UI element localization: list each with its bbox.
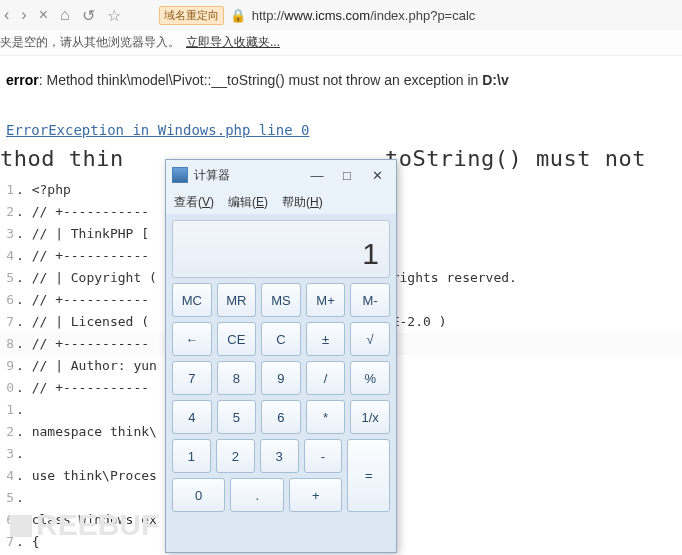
- code-text: // +-----------: [32, 292, 149, 307]
- code-text: <?php: [32, 182, 71, 197]
- lock-icon: 🔒: [230, 8, 246, 23]
- calc-app-icon: [172, 167, 188, 183]
- btn-mr[interactable]: MR: [217, 283, 257, 317]
- btn-3[interactable]: 3: [260, 439, 299, 473]
- btn-5[interactable]: 5: [217, 400, 257, 434]
- btn-4[interactable]: 4: [172, 400, 212, 434]
- address-area: 域名重定向 🔒 http://www.icms.com/index.php?p=…: [159, 6, 476, 25]
- btn-mplus[interactable]: M+: [306, 283, 346, 317]
- redirect-badge: 域名重定向: [159, 6, 224, 25]
- bookmark-empty-msg: 夹是空的，请从其他浏览器导入。: [0, 34, 180, 51]
- code-text: // | Licensed (: [32, 314, 149, 329]
- menu-help-key: H: [310, 195, 319, 209]
- btn-eq[interactable]: =: [347, 439, 390, 512]
- import-bookmarks-link[interactable]: 立即导入收藏夹...: [186, 34, 280, 51]
- menu-edit-label: 编辑: [228, 195, 252, 209]
- exception-link[interactable]: ErrorException in Windows.php line 0: [0, 98, 682, 142]
- btn-sqrt[interactable]: √: [350, 322, 390, 356]
- code-text: // +-----------: [32, 248, 149, 263]
- menu-view-key: V: [202, 195, 210, 209]
- btn-ms[interactable]: MS: [261, 283, 301, 317]
- lineno: 0: [0, 377, 14, 399]
- btn-1[interactable]: 1: [172, 439, 211, 473]
- btn-pct[interactable]: %: [350, 361, 390, 395]
- btn-mminus[interactable]: M-: [350, 283, 390, 317]
- code-text: // | Copyright (: [32, 270, 157, 285]
- error-msg: : Method think\model\Pivot::__toString()…: [39, 72, 483, 88]
- menu-help[interactable]: 帮助(H): [282, 194, 323, 211]
- lineno: 6: [0, 289, 14, 311]
- btn-7[interactable]: 7: [172, 361, 212, 395]
- menu-help-label: 帮助: [282, 195, 306, 209]
- btn-c[interactable]: C: [261, 322, 301, 356]
- back-icon[interactable]: ‹: [4, 6, 9, 24]
- code-text: // +-----------: [32, 336, 149, 351]
- lineno: 5: [0, 267, 14, 289]
- menu-edit[interactable]: 编辑(E): [228, 194, 268, 211]
- calc-row-789: 7 8 9 / %: [172, 361, 390, 395]
- lineno: 1: [0, 179, 14, 201]
- code-text: // | ThinkPHP [: [32, 226, 149, 241]
- lineno: 4: [0, 245, 14, 267]
- btn-neg[interactable]: ±: [306, 322, 346, 356]
- btn-6[interactable]: 6: [261, 400, 301, 434]
- code-text: // | Author: yun: [32, 358, 157, 373]
- error-label: error: [6, 72, 39, 88]
- menu-view[interactable]: 查看(V): [174, 194, 214, 211]
- btn-back[interactable]: ←: [172, 322, 212, 356]
- url-path: /index.php?p=calc: [370, 8, 475, 23]
- calc-row-456: 4 5 6 * 1/x: [172, 400, 390, 434]
- lineno: 3: [0, 223, 14, 245]
- watermark: REEBUF: [10, 508, 159, 542]
- fatal-error-line: error: Method think\model\Pivot::__toStr…: [0, 68, 682, 98]
- calc-body: 1 MC MR MS M+ M- ← CE C ± √ 7 8 9 / % 4 …: [166, 214, 396, 552]
- url-bar[interactable]: http://www.icms.com/index.php?p=calc: [252, 8, 476, 23]
- close-button[interactable]: ✕: [362, 168, 392, 183]
- reload-icon[interactable]: ↺: [82, 6, 95, 25]
- btn-dot[interactable]: .: [230, 478, 283, 512]
- stop-icon[interactable]: ×: [39, 6, 48, 24]
- menu-view-label: 查看: [174, 195, 198, 209]
- btn-mc[interactable]: MC: [172, 283, 212, 317]
- code-text: use think\Proces: [32, 468, 157, 483]
- menu-edit-key: E: [256, 195, 264, 209]
- star-icon[interactable]: ☆: [107, 6, 121, 25]
- code-text: rights reserved.: [384, 270, 517, 285]
- calc-menu: 查看(V) 编辑(E) 帮助(H): [166, 190, 396, 214]
- browser-toolbar: ‹ › × ⌂ ↺ ☆ 域名重定向 🔒 http://www.icms.com/…: [0, 0, 682, 30]
- nav-buttons: ‹ › × ⌂ ↺ ☆: [4, 6, 121, 25]
- calc-titlebar[interactable]: 计算器 — □ ✕: [166, 160, 396, 190]
- calc-row-mem: MC MR MS M+ M-: [172, 283, 390, 317]
- lineno: 2: [0, 201, 14, 223]
- btn-add[interactable]: +: [289, 478, 342, 512]
- lineno: 7: [0, 311, 14, 333]
- error-path: D:\v: [482, 72, 508, 88]
- btn-recip[interactable]: 1/x: [350, 400, 390, 434]
- home-icon[interactable]: ⌂: [60, 6, 70, 24]
- url-prefix: http://: [252, 8, 285, 23]
- calc-row-clear: ← CE C ± √: [172, 322, 390, 356]
- headline-left: thod thin: [0, 146, 124, 171]
- btn-sub[interactable]: -: [304, 439, 343, 473]
- code-text: namespace think\: [32, 424, 157, 439]
- calc-row-last: 1 2 3 - 0 . + =: [172, 439, 390, 512]
- bookmark-bar: 夹是空的，请从其他浏览器导入。 立即导入收藏夹...: [0, 30, 682, 56]
- btn-2[interactable]: 2: [216, 439, 255, 473]
- lineno: 8: [0, 333, 14, 355]
- btn-div[interactable]: /: [306, 361, 346, 395]
- watermark-text: REEBUF: [36, 508, 159, 541]
- url-host: www.icms.com: [284, 8, 370, 23]
- headline-right: toString() must not: [385, 146, 646, 171]
- calculator-window: 计算器 — □ ✕ 查看(V) 编辑(E) 帮助(H) 1 MC MR MS M…: [165, 159, 397, 553]
- btn-mul[interactable]: *: [306, 400, 346, 434]
- btn-8[interactable]: 8: [217, 361, 257, 395]
- maximize-button[interactable]: □: [332, 168, 362, 183]
- calc-title-text: 计算器: [194, 167, 230, 184]
- btn-0[interactable]: 0: [172, 478, 225, 512]
- lineno: 9: [0, 355, 14, 377]
- forward-icon[interactable]: ›: [21, 6, 26, 24]
- minimize-button[interactable]: —: [302, 168, 332, 183]
- btn-9[interactable]: 9: [261, 361, 301, 395]
- btn-ce[interactable]: CE: [217, 322, 257, 356]
- code-text: // +-----------: [32, 204, 149, 219]
